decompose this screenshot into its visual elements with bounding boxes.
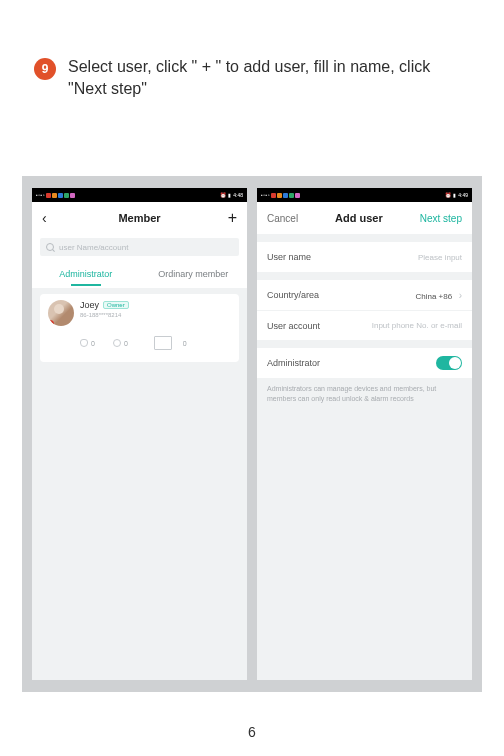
country-label: Country/area	[267, 290, 319, 300]
status-dot-icon	[289, 193, 294, 198]
user-name-label: User name	[267, 252, 311, 262]
app-bar: ‹ Member +	[32, 202, 247, 234]
status-dot-icon	[283, 193, 288, 198]
password-icon	[113, 339, 121, 347]
clock-time: 4:48	[233, 192, 243, 198]
search-icon	[46, 243, 54, 251]
search-placeholder: user Name/account	[59, 243, 128, 252]
user-account-label: User account	[267, 321, 320, 331]
cancel-button[interactable]: Cancel	[267, 213, 298, 224]
row-user-account[interactable]: User account Input phone No. or e-mail	[257, 310, 472, 340]
search-input[interactable]: user Name/account	[40, 238, 239, 256]
phone-screen-member: ▪▫▪▫ ⏰ ▮ 4:48 ‹ Member + user Name/accou…	[32, 188, 247, 680]
back-button[interactable]: ‹	[42, 210, 58, 226]
stat-password: 0	[113, 330, 128, 356]
row-administrator: Administrator	[257, 348, 472, 378]
status-dot-icon	[58, 193, 63, 198]
avatar	[48, 300, 74, 326]
step-number-badge: 9	[34, 58, 56, 80]
alarm-icon: ⏰	[445, 192, 451, 198]
signal-icon: ▪▫▪▫	[36, 192, 45, 198]
stat-fingerprint: 0	[80, 330, 95, 356]
administrator-label: Administrator	[267, 358, 320, 368]
card-icon	[154, 336, 172, 350]
battery-icon: ▮	[453, 192, 456, 198]
status-dot-icon	[295, 193, 300, 198]
status-dot-icon	[46, 193, 51, 198]
status-bar: ▪▫▪▫ ⏰ ▮ 4:49	[257, 188, 472, 202]
page-number: 6	[0, 724, 504, 740]
phone-screen-add-user: ▪▫▪▫ ⏰ ▮ 4:49 Cancel Add user Next step …	[257, 188, 472, 680]
row-user-name[interactable]: User name Please input	[257, 242, 472, 272]
status-dot-icon	[271, 193, 276, 198]
status-dot-icon	[277, 193, 282, 198]
tab-administrator[interactable]: Administrator	[32, 262, 140, 286]
status-dot-icon	[70, 193, 75, 198]
member-phone: 86-188****8214	[80, 312, 129, 318]
add-user-button[interactable]: +	[221, 209, 237, 227]
status-dot-icon	[52, 193, 57, 198]
user-account-placeholder: Input phone No. or e-mail	[372, 321, 462, 330]
administrator-toggle[interactable]	[436, 356, 462, 370]
user-name-placeholder: Please input	[418, 253, 462, 262]
alarm-icon: ⏰	[220, 192, 226, 198]
tab-ordinary-member[interactable]: Ordinary member	[140, 262, 248, 286]
row-country[interactable]: Country/area China +86 ›	[257, 280, 472, 310]
chevron-right-icon: ›	[459, 290, 462, 301]
next-step-button[interactable]: Next step	[420, 213, 462, 224]
country-value: China +86	[415, 292, 452, 301]
step-instruction-text: Select user, click " + " to add user, fi…	[68, 56, 470, 99]
clock-time: 4:49	[458, 192, 468, 198]
battery-icon: ▮	[228, 192, 231, 198]
stat-card: 0	[146, 330, 187, 356]
administrator-note: Administrators can manage devices and me…	[257, 378, 472, 414]
fingerprint-icon	[80, 339, 88, 347]
owner-badge: Owner	[103, 301, 129, 309]
member-name: Joey	[80, 300, 99, 310]
screenshots-container: ▪▫▪▫ ⏰ ▮ 4:48 ‹ Member + user Name/accou…	[22, 176, 482, 692]
status-bar: ▪▫▪▫ ⏰ ▮ 4:48	[32, 188, 247, 202]
page-title: Member	[58, 212, 221, 224]
signal-icon: ▪▫▪▫	[261, 192, 270, 198]
app-bar: Cancel Add user Next step	[257, 202, 472, 234]
member-card[interactable]: Joey Owner 86-188****8214 0 0 0	[40, 294, 239, 362]
page-title: Add user	[298, 212, 420, 224]
status-dot-icon	[64, 193, 69, 198]
